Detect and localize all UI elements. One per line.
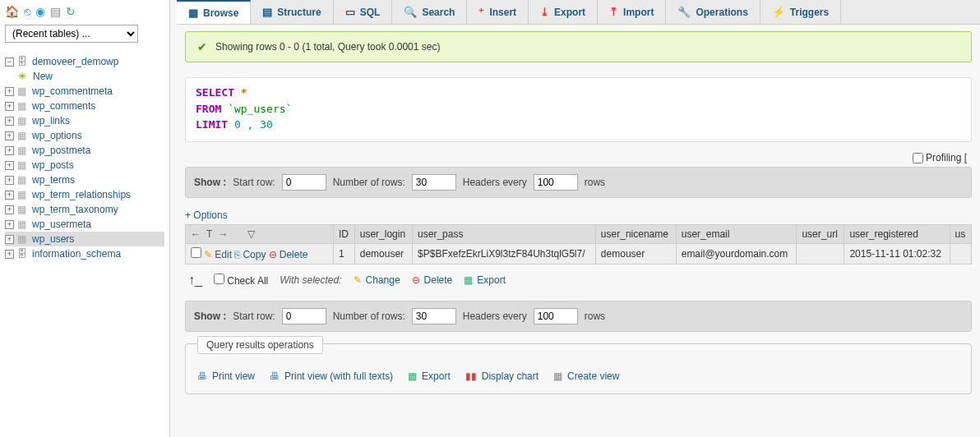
tab-import[interactable]: ⤒Import [598,0,666,24]
create-view[interactable]: ▦Create view [553,370,619,382]
tree-table[interactable]: +▦wp_usermeta [5,217,164,232]
start-row-input[interactable] [282,174,326,191]
expand-icon[interactable]: + [5,191,14,200]
print-icon: 🖶 [197,370,207,382]
structure-icon: ▤ [262,6,272,18]
copy-link[interactable]: ⎘Copy [234,249,266,260]
tree-table[interactable]: +▦wp_comments [5,99,164,113]
home-icon[interactable]: 🏠 [5,5,19,18]
check-all[interactable]: Check All [214,274,268,287]
schema-node[interactable]: + 🗄 information_schema [5,246,164,261]
num-rows-input[interactable] [412,308,456,324]
expand-icon[interactable]: + [5,250,14,259]
col-header[interactable]: user_pass [413,224,596,243]
fieldset-legend: Query results operations [197,336,323,354]
export-button[interactable]: ▦Export [464,274,506,286]
logout-icon[interactable]: ⎋ [24,5,30,18]
start-row-input[interactable] [282,308,326,324]
sidebar-quick-icons: 🏠 ⎋ ◉ ▤ ↻ [5,3,164,20]
tree-table-selected[interactable]: +▦wp_users [5,232,164,246]
operations-icon: 🔧 [677,6,691,18]
table-row: ✎Edit ⎘Copy ⊖Delete 1 demouser $P$BFxefz… [186,243,972,264]
col-header[interactable]: user_email [676,224,797,243]
edit-link[interactable]: ✎Edit [204,249,232,260]
expand-icon[interactable]: + [5,146,14,155]
num-rows-input[interactable] [412,174,456,191]
arrow-up-icon: ↑_ [188,273,202,288]
tab-search[interactable]: 🔍Search [392,0,467,24]
new-table[interactable]: ✳ New [5,69,164,84]
print-view-full[interactable]: 🖶Print view (with full texts) [270,370,393,382]
database-icon: 🗄 [17,56,29,67]
pencil-icon: ✎ [204,249,212,260]
export-icon: ▦ [464,274,473,286]
display-chart[interactable]: ▮▮Display chart [465,370,539,382]
query-results-fieldset: Query results operations 🖶Print view 🖶Pr… [185,343,972,394]
expand-icon[interactable]: + [5,176,14,185]
delete-link[interactable]: ⊖Delete [269,249,308,260]
pencil-icon: ✎ [354,274,362,286]
tab-triggers[interactable]: ⚡Triggers [760,0,841,24]
headers-input[interactable] [534,308,578,324]
tab-export[interactable]: ⤓Export [529,0,598,24]
check-all-box[interactable] [214,274,224,284]
db-node[interactable]: − 🗄 demoveer_demowp [5,54,164,69]
print-view[interactable]: 🖶Print view [197,370,255,382]
expand-icon[interactable]: + [5,131,14,140]
expand-icon[interactable]: + [5,102,14,111]
col-header[interactable]: user_registered [844,224,950,243]
recent-tables-select[interactable]: (Recent tables) ... [5,25,138,43]
expand-icon[interactable]: + [5,205,14,214]
print-icon: 🖶 [270,370,280,382]
profiling-checkbox[interactable] [913,153,923,163]
tree-table[interactable]: +▦wp_posts [5,158,164,172]
database-icon: 🗄 [17,248,29,260]
table-icon: ▦ [17,100,29,112]
table-icon: ▦ [17,115,29,126]
reload-icon[interactable]: ↻ [66,5,76,18]
sort-icons[interactable]: ← T → ▽ [191,228,257,240]
tab-browse[interactable]: ▦Browse [177,0,251,24]
delete-button[interactable]: ⊖Delete [412,274,453,286]
query-window-icon[interactable]: ◉ [35,5,45,18]
tab-insert[interactable]: ⁺Insert [467,0,529,24]
headers-input[interactable] [534,174,578,191]
cell-id: 1 [334,243,355,264]
row-checkbox[interactable] [191,247,201,258]
table-icon: ▦ [17,189,29,200]
chart-icon: ▮▮ [465,370,477,382]
table-icon: ▦ [17,130,29,141]
docs-icon[interactable]: ▤ [50,5,61,18]
expand-icon[interactable]: + [5,117,14,126]
change-button[interactable]: ✎Change [354,274,400,286]
expand-icon[interactable]: + [5,220,14,229]
action-header: ← T → ▽ [186,224,334,243]
profiling-row: Profiling [ [185,149,972,167]
main-content: ▦Browse ▤Structure ▭SQL 🔍Search ⁺Insert … [170,0,980,437]
tab-sql[interactable]: ▭SQL [334,0,393,24]
tab-structure[interactable]: ▤Structure [251,0,333,24]
collapse-icon[interactable]: − [5,58,14,67]
tree-table[interactable]: +▦wp_terms [5,172,164,187]
tree-table[interactable]: +▦wp_postmeta [5,143,164,158]
tree-table[interactable]: +▦wp_term_relationships [5,187,164,202]
tree-table[interactable]: +▦wp_commentmeta [5,84,164,99]
expand-icon[interactable]: + [5,87,14,96]
tree-table[interactable]: +▦wp_term_taxonomy [5,202,164,217]
tab-operations[interactable]: 🔧Operations [666,0,760,24]
col-header[interactable]: us [950,224,971,243]
tree-table[interactable]: +▦wp_options [5,128,164,143]
new-icon: ✳ [18,71,30,82]
browse-icon: ▦ [188,7,198,19]
tree-table[interactable]: +▦wp_links [5,113,164,128]
col-header[interactable]: user_nicename [595,224,676,243]
expand-icon[interactable]: + [5,235,14,244]
options-link[interactable]: + Options [185,209,228,221]
export-results[interactable]: ▦Export [408,370,451,382]
col-header[interactable]: user_url [797,224,844,243]
row-operations: ↑_ Check All With selected: ✎Change ⊖Del… [185,264,972,301]
expand-icon[interactable]: + [5,161,14,170]
col-header[interactable]: user_login [354,224,412,243]
cell-more [950,243,971,264]
col-header[interactable]: ID [334,224,355,243]
